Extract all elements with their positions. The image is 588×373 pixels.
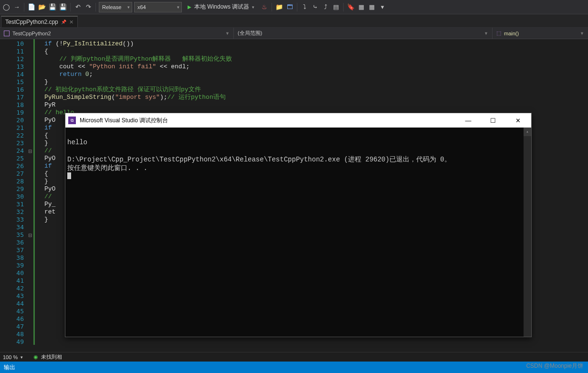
- platform-dropdown[interactable]: x64: [134, 2, 182, 12]
- project-icon: [4, 31, 10, 36]
- new-file-icon[interactable]: 📄: [27, 3, 36, 11]
- code-line[interactable]: // 初始化python系统文件路径 保证可以访问到py文件: [44, 86, 588, 94]
- comment-icon[interactable]: ▦: [357, 3, 366, 11]
- line-number: 43: [0, 292, 24, 300]
- debug-console-window: ⧉ Microsoft Visual Studio 调试控制台 — ☐ ✕ he…: [65, 113, 532, 337]
- nav-down-icon[interactable]: ▾: [378, 3, 387, 11]
- console-line: 按任意键关闭此窗口. . .: [67, 164, 147, 172]
- fold-empty: [27, 292, 33, 300]
- undo-icon[interactable]: ↶: [74, 3, 82, 11]
- save-all-icon[interactable]: 💾: [59, 3, 67, 11]
- folder-icon[interactable]: 📁: [275, 3, 284, 11]
- fold-empty: [27, 308, 33, 315]
- file-tab-label: TestCppPython2.cpp: [5, 19, 58, 25]
- fold-empty: [27, 78, 33, 86]
- code-line[interactable]: // 判断python是否调用Python解释器 解释器初始化失败: [44, 55, 588, 63]
- line-number: 22: [0, 132, 24, 139]
- line-number: 29: [0, 185, 24, 193]
- fold-empty: [27, 208, 33, 216]
- fold-toggle[interactable]: ⊟: [27, 147, 33, 155]
- code-line[interactable]: PyRun_SimpleString("import sys");// 运行py…: [44, 94, 588, 101]
- pin-icon[interactable]: 📌: [61, 20, 66, 24]
- fold-empty: [27, 101, 33, 109]
- line-number: 19: [0, 109, 24, 117]
- play-icon: ▶: [188, 4, 191, 10]
- nav-func-label: main(): [504, 31, 519, 36]
- method-icon: ⬚: [496, 30, 501, 36]
- file-tab-bar: TestCppPython2.cpp 📌 ✕: [0, 14, 588, 28]
- code-line[interactable]: return 0;: [44, 71, 588, 78]
- fold-empty: [27, 162, 33, 170]
- zoom-level[interactable]: 100 %: [3, 354, 18, 360]
- console-titlebar[interactable]: ⧉ Microsoft Visual Studio 调试控制台 — ☐ ✕: [65, 113, 531, 128]
- fold-empty: [27, 246, 33, 254]
- fold-empty: [27, 109, 33, 117]
- fold-empty: [27, 269, 33, 277]
- chevron-down-icon: ▼: [580, 31, 584, 36]
- console-scrollbar[interactable]: [524, 128, 531, 337]
- nav-fwd-icon[interactable]: →: [12, 3, 21, 11]
- fold-empty: [27, 48, 33, 55]
- fold-empty: [27, 117, 33, 124]
- maximize-button[interactable]: ☐: [483, 113, 504, 128]
- step-over-icon[interactable]: ⤵: [300, 3, 309, 11]
- zoom-chevron-icon[interactable]: ▾: [21, 355, 23, 360]
- bookmark-icon[interactable]: 🔖: [346, 3, 355, 11]
- cursor: [67, 172, 71, 179]
- file-tab[interactable]: TestCppPython2.cpp 📌 ✕: [1, 16, 78, 27]
- fold-empty: [27, 63, 33, 71]
- line-number: 17: [0, 94, 24, 101]
- issue-text: 未找到相: [41, 353, 62, 361]
- fold-empty: [27, 239, 33, 246]
- debug-start-button[interactable]: ▶ 本地 Windows 调试器 ▾: [184, 2, 258, 12]
- code-line[interactable]: cout << "Python init fail" << endl;: [44, 63, 588, 71]
- line-number: 10: [0, 40, 24, 48]
- fold-toggle[interactable]: ⊟: [27, 231, 33, 239]
- window-icon[interactable]: 🗔: [285, 3, 294, 11]
- code-line[interactable]: }: [44, 78, 588, 86]
- config-dropdown[interactable]: Release: [99, 2, 132, 12]
- nav-back-icon[interactable]: ◯: [2, 3, 10, 11]
- line-number: 46: [0, 315, 24, 323]
- chevron-down-icon: ▼: [484, 31, 488, 36]
- line-number: 37: [0, 246, 24, 254]
- line-number: 13: [0, 63, 24, 71]
- line-number: 42: [0, 285, 24, 292]
- line-gutter: 1011121314151617181920212223242526272829…: [0, 39, 27, 345]
- minimize-button[interactable]: —: [458, 113, 479, 128]
- nav-scope-dropdown[interactable]: (全局范围) ▼: [234, 28, 493, 39]
- close-button[interactable]: ✕: [507, 113, 528, 128]
- step-into-icon[interactable]: ⤷: [311, 3, 319, 11]
- fold-empty: [27, 315, 33, 323]
- line-number: 16: [0, 86, 24, 94]
- step-out-icon[interactable]: ⤴: [321, 3, 330, 11]
- line-number: 49: [0, 338, 24, 346]
- open-file-icon[interactable]: 📂: [38, 3, 46, 11]
- console-output[interactable]: hello D:\Project\Cpp_Project\TestCppPyth…: [65, 128, 531, 337]
- fold-empty: [27, 300, 33, 308]
- output-label: 输出: [4, 363, 15, 372]
- fold-empty: [27, 285, 33, 292]
- fold-strip[interactable]: ⊟⊟: [27, 39, 33, 345]
- close-tab-icon[interactable]: ✕: [69, 19, 74, 25]
- nav-project-dropdown[interactable]: TestCppPython2 ▼: [0, 28, 234, 39]
- output-panel-header[interactable]: 输出: [0, 362, 588, 373]
- code-line[interactable]: PyR: [44, 101, 588, 109]
- fold-empty: [27, 139, 33, 147]
- code-line[interactable]: if (!Py_IsInitialized()): [44, 40, 588, 48]
- save-icon[interactable]: 💾: [48, 3, 57, 11]
- indent-icon[interactable]: ▤: [332, 3, 340, 11]
- fold-empty: [27, 94, 33, 101]
- redo-icon[interactable]: ↷: [84, 3, 93, 11]
- editor-status-bar: 100 % ▾ ◉ 未找到相: [0, 352, 588, 362]
- code-line[interactable]: {: [44, 48, 588, 55]
- nav-function-dropdown[interactable]: ⬚ main() ▼: [493, 28, 588, 39]
- fold-empty: [27, 185, 33, 193]
- line-number: 12: [0, 55, 24, 63]
- main-toolbar: ◯ → 📄 📂 💾 💾 ↶ ↷ Release x64 ▶ 本地 Windows…: [0, 0, 588, 14]
- fold-empty: [27, 193, 33, 201]
- uncomment-icon[interactable]: ▦: [368, 3, 376, 11]
- line-number: 41: [0, 277, 24, 285]
- hot-reload-icon[interactable]: ♨: [260, 3, 269, 11]
- fold-empty: [27, 216, 33, 224]
